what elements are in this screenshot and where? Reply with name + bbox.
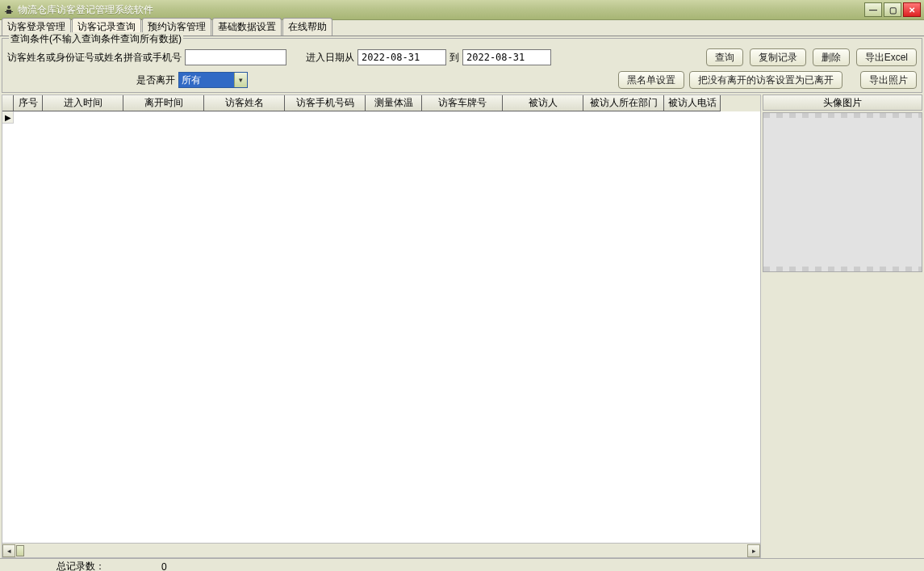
col-visitee-dept[interactable]: 被访人所在部门 [583,95,664,111]
content-row: 序号 进入时间 离开时间 访客姓名 访客手机号码 测量体温 访客车牌号 被访人 … [0,94,924,558]
grid-body[interactable]: ▶ [2,111,760,543]
chevron-down-icon: ▾ [234,73,247,87]
status-total-label: 总记录数： [0,560,105,571]
col-index[interactable]: 序号 [14,95,43,111]
date-to-input[interactable] [462,49,551,65]
filter-legend: 查询条件(不输入查询条件查询所有数据) [9,32,183,46]
svg-rect-1 [6,10,11,14]
date-from-label: 进入日期从 [306,51,354,65]
col-plate[interactable]: 访客车牌号 [422,95,503,111]
status-bar: 总记录数： 0 [0,558,924,571]
leave-select[interactable]: 所有 ▾ [178,72,248,88]
search-button[interactable]: 查询 [706,48,743,66]
name-input[interactable] [185,49,286,65]
name-label: 访客姓名或身份证号或姓名拼音或手机号 [7,51,182,65]
col-visitee-phone[interactable]: 被访人电话 [664,95,721,111]
side-panel: 头像图片 [763,94,922,558]
tab-base-data[interactable]: 基础数据设置 [212,18,282,36]
app-icon [3,4,15,15]
svg-rect-2 [5,11,6,12]
filter-panel: 查询条件(不输入查询条件查询所有数据) 访客姓名或身份证号或姓名拼音或手机号 进… [2,38,922,93]
export-excel-button[interactable]: 导出Excel [856,48,917,66]
col-visitee[interactable]: 被访人 [503,95,583,111]
col-visitor-name[interactable]: 访客姓名 [204,95,285,111]
svg-point-0 [7,6,10,9]
blacklist-button[interactable]: 黑名单设置 [618,71,684,89]
current-row-marker: ▶ [2,111,14,124]
maximize-button[interactable]: ▢ [884,2,901,17]
leave-select-value: 所有 [179,73,234,87]
delete-button[interactable]: 删除 [813,48,850,66]
leave-label: 是否离开 [136,73,175,87]
tab-help[interactable]: 在线帮助 [282,18,332,36]
avatar-title: 头像图片 [763,94,922,111]
svg-rect-3 [11,11,13,12]
date-from-input[interactable] [357,49,446,65]
scroll-thumb[interactable] [16,545,24,556]
col-leave-time[interactable]: 离开时间 [123,95,204,111]
minimize-button[interactable]: — [864,2,882,17]
col-row-handle[interactable] [2,95,14,111]
col-temperature[interactable]: 测量体温 [366,95,422,111]
scroll-left-icon[interactable]: ◂ [2,544,15,557]
col-visitor-phone[interactable]: 访客手机号码 [285,95,366,111]
status-total-value: 0 [105,561,924,572]
set-left-button[interactable]: 把没有离开的访客设置为已离开 [689,71,842,89]
window-title: 物流仓库访客登记管理系统软件 [18,3,153,17]
horizontal-scrollbar[interactable]: ◂ ▸ [2,543,760,557]
export-photo-button[interactable]: 导出照片 [860,71,917,89]
grid-header: 序号 进入时间 离开时间 访客姓名 访客手机号码 测量体温 访客车牌号 被访人 … [2,95,760,111]
col-enter-time[interactable]: 进入时间 [43,95,123,111]
data-grid: 序号 进入时间 离开时间 访客姓名 访客手机号码 测量体温 访客车牌号 被访人 … [2,94,761,558]
date-to-label: 到 [449,51,459,65]
avatar-image-box [763,112,922,272]
copy-button[interactable]: 复制记录 [750,48,806,66]
scroll-right-icon[interactable]: ▸ [747,544,760,557]
close-button[interactable]: ✕ [903,2,921,17]
